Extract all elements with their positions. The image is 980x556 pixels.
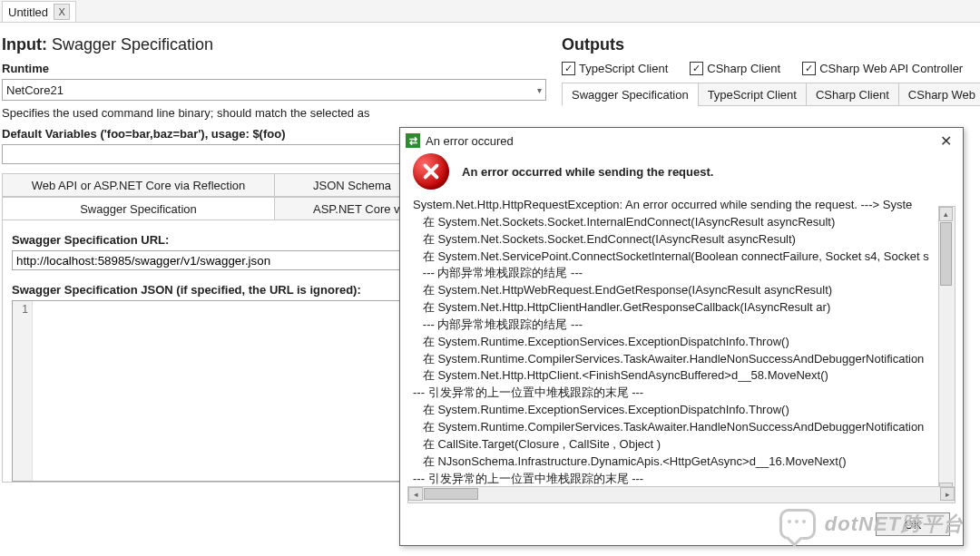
check-typescript-client[interactable]: ✓TypeScript Client <box>562 62 668 75</box>
check-label: CSharp Web API Controller <box>819 62 963 75</box>
stack-trace-text: System.Net.Http.HttpRequestException: An… <box>407 197 956 486</box>
chevron-down-icon: ▾ <box>537 85 542 95</box>
check-label: TypeScript Client <box>579 62 668 75</box>
dialog-title: An error occured <box>426 134 514 148</box>
dialog-close-button[interactable]: ✕ <box>935 132 957 150</box>
scroll-right-button[interactable]: ▸ <box>940 487 955 501</box>
stack-trace-box[interactable]: System.Net.Http.HttpRequestException: An… <box>407 197 956 486</box>
runtime-value: NetCore21 <box>6 83 64 97</box>
output-tabs: Swagger Specification TypeScript Client … <box>562 83 980 106</box>
check-csharp-client[interactable]: ✓CSharp Client <box>690 62 780 75</box>
ok-button[interactable]: OK <box>876 512 950 536</box>
gutter-line-1: 1 <box>22 303 28 316</box>
dialog-headline: An error occurred while sending the requ… <box>462 165 713 179</box>
error-icon <box>413 153 449 190</box>
check-csharp-webapi-controller[interactable]: ✓CSharp Web API Controller <box>802 62 963 75</box>
input-heading-prefix: Input: <box>2 35 47 54</box>
tab-output-swagger[interactable]: Swagger Specification <box>562 83 699 106</box>
runtime-hint: Specifies the used command line binary; … <box>2 106 547 120</box>
checkbox-icon: ✓ <box>562 62 575 75</box>
runtime-combobox[interactable]: NetCore21 ▾ <box>2 79 546 101</box>
document-tab-close-button[interactable]: X <box>54 4 70 20</box>
tab-label: Swagger Specification <box>572 88 689 102</box>
check-label: CSharp Client <box>707 62 780 75</box>
tab-webapi-reflection[interactable]: Web API or ASP.NET Core via Reflection <box>3 173 275 197</box>
tab-output-csharp-web[interactable]: CSharp Web <box>898 83 980 106</box>
editor-gutter: 1 <box>13 301 33 481</box>
ok-button-label: OK <box>905 518 922 532</box>
outputs-heading: Outputs <box>562 35 980 54</box>
app-icon: ⇄ <box>406 133 420 148</box>
runtime-label: Runtime <box>2 62 547 75</box>
tab-label: Web API or ASP.NET Core via Reflection <box>32 179 246 192</box>
checkbox-icon: ✓ <box>690 62 703 75</box>
scroll-thumb[interactable] <box>940 222 952 286</box>
scroll-thumb[interactable] <box>424 488 478 500</box>
tab-label: JSON Schema <box>313 179 391 192</box>
document-tab-strip: Untitled X <box>0 0 980 23</box>
document-tab[interactable]: Untitled X <box>2 1 76 22</box>
scroll-up-button[interactable]: ▴ <box>939 207 953 221</box>
scroll-left-button[interactable]: ◂ <box>408 487 423 501</box>
outputs-heading-text: Outputs <box>562 35 624 54</box>
input-heading: Input: Swagger Specification <box>2 35 547 54</box>
tab-label: Swagger Specification <box>80 202 197 216</box>
tab-label: CSharp Client <box>816 88 889 102</box>
tab-label: ASP.NET Core via <box>313 202 409 216</box>
error-dialog: ⇄ An error occured ✕ An error occurred w… <box>399 127 964 546</box>
tab-label: TypeScript Client <box>708 88 797 102</box>
tab-output-typescript[interactable]: TypeScript Client <box>698 83 807 106</box>
tab-output-csharp[interactable]: CSharp Client <box>806 83 899 106</box>
document-tab-title: Untitled <box>8 5 48 19</box>
vertical-scrollbar[interactable]: ▴ ▾ <box>938 206 956 498</box>
tab-swagger-specification[interactable]: Swagger Specification <box>3 197 275 220</box>
input-heading-rest: Swagger Specification <box>47 35 213 54</box>
tab-label: CSharp Web <box>908 88 975 102</box>
checkbox-icon: ✓ <box>802 62 816 75</box>
horizontal-scrollbar[interactable]: ◂ ▸ <box>407 486 956 503</box>
dialog-titlebar: ⇄ An error occured ✕ <box>400 128 963 153</box>
